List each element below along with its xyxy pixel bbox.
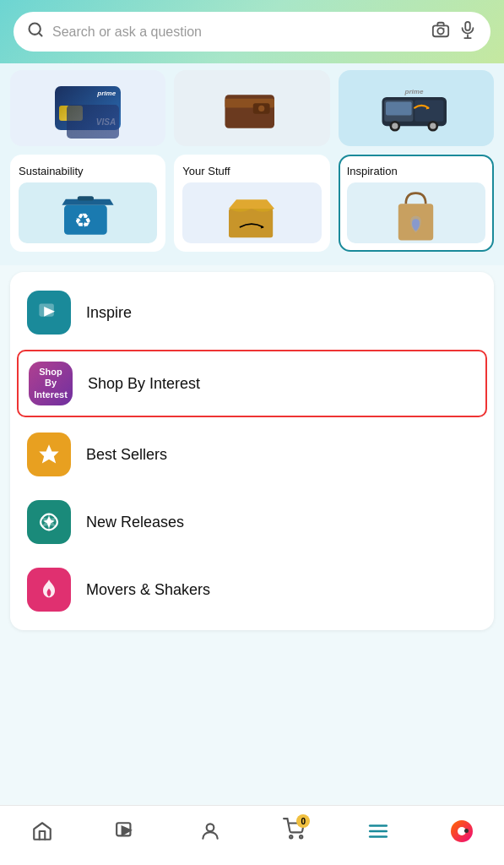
shop-by-interest-label: Shop By Interest xyxy=(88,375,200,393)
movers-shakers-icon xyxy=(27,568,71,612)
menu-item-movers-shakers[interactable]: Movers & Shakers xyxy=(10,556,494,623)
best-sellers-label: Best Sellers xyxy=(86,446,167,464)
search-icon xyxy=(27,21,44,42)
svg-point-33 xyxy=(290,835,292,838)
sustainability-image: ♻ xyxy=(19,182,157,243)
camera-icon[interactable] xyxy=(431,20,450,43)
nav-home[interactable] xyxy=(21,817,63,846)
menu-item-best-sellers[interactable]: Best Sellers xyxy=(10,421,494,488)
new-releases-icon xyxy=(27,500,71,544)
svg-point-34 xyxy=(300,835,302,838)
category-cards-grid: Sustainability ♻ Your Stuf xyxy=(10,155,494,252)
svg-point-17 xyxy=(392,122,398,128)
svg-line-1 xyxy=(39,33,42,36)
bottom-nav: 0 xyxy=(0,805,504,865)
top-card-wallet[interactable] xyxy=(174,70,329,146)
svg-rect-23 xyxy=(78,196,94,200)
svg-point-3 xyxy=(437,28,443,34)
svg-text:prime: prime xyxy=(404,87,424,95)
microphone-icon[interactable] xyxy=(458,20,477,43)
svg-rect-15 xyxy=(415,100,443,121)
nav-inspire[interactable] xyxy=(105,817,147,846)
best-sellers-icon xyxy=(27,432,71,476)
card-your-stuff-label: Your Stuff xyxy=(182,165,230,177)
card-your-stuff[interactable]: Your Stuff xyxy=(174,155,329,252)
card-sustainability-label: Sustainability xyxy=(19,165,84,177)
top-card-van[interactable]: prime xyxy=(339,70,494,146)
svg-rect-25 xyxy=(229,209,273,237)
your-stuff-image xyxy=(182,182,321,243)
svg-rect-5 xyxy=(465,22,470,30)
prime-van-icon: prime xyxy=(378,81,454,136)
top-card-creditcard[interactable]: prime VISA xyxy=(10,70,165,146)
card-sustainability[interactable]: Sustainability ♻ xyxy=(10,155,165,252)
nav-menu[interactable] xyxy=(357,817,399,846)
card-inspiration-label: Inspiration xyxy=(347,165,398,177)
svg-text:♻: ♻ xyxy=(74,209,92,231)
svg-rect-14 xyxy=(386,101,412,115)
search-bar[interactable]: Search or ask a question xyxy=(14,12,490,52)
new-releases-label: New Releases xyxy=(86,514,184,531)
top-cards-row: prime VISA xyxy=(10,70,494,146)
movers-shakers-label: Movers & Shakers xyxy=(86,581,210,599)
nav-profile[interactable] xyxy=(441,817,483,846)
categories-section: prime VISA xyxy=(0,63,504,265)
menu-section: Inspire Shop ByInterest Shop By Interest… xyxy=(10,272,494,630)
inspire-icon xyxy=(27,291,71,335)
svg-point-11 xyxy=(259,106,265,112)
svg-marker-29 xyxy=(39,444,58,463)
search-placeholder[interactable]: Search or ask a question xyxy=(52,24,423,40)
menu-item-inspire[interactable]: Inspire xyxy=(10,279,494,346)
menu-item-new-releases[interactable]: New Releases xyxy=(10,488,494,556)
inspire-label: Inspire xyxy=(86,304,132,322)
nav-account[interactable] xyxy=(189,817,231,846)
header: Search or ask a question xyxy=(0,0,504,63)
shop-by-interest-icon: Shop ByInterest xyxy=(29,362,73,405)
menu-item-shop-by-interest[interactable]: Shop ByInterest Shop By Interest xyxy=(17,350,487,417)
nav-cart[interactable]: 0 xyxy=(273,814,315,848)
svg-marker-31 xyxy=(122,827,131,835)
svg-point-32 xyxy=(206,824,214,831)
inspiration-image xyxy=(347,182,485,243)
content-scroll: prime VISA xyxy=(0,63,504,856)
svg-point-19 xyxy=(430,122,436,128)
card-inspiration[interactable]: Inspiration xyxy=(339,155,494,252)
cart-badge: 0 xyxy=(296,814,310,828)
wallet-icon xyxy=(221,83,282,133)
